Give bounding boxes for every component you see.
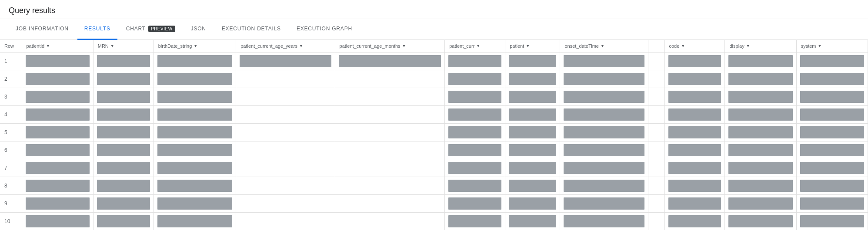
row-number-cell: 3 — [0, 88, 22, 106]
row-number-cell: 5 — [0, 124, 22, 141]
cell-redacted-block — [448, 215, 501, 227]
tab-json[interactable]: JSON — [184, 19, 213, 40]
cell-redacted-block — [509, 91, 556, 103]
sort-icon-onset[interactable]: ▼ — [601, 44, 604, 48]
cell-redacted-block — [157, 108, 232, 121]
cell-redacted-block — [509, 197, 556, 210]
resize-handle-age-months[interactable] — [443, 40, 444, 52]
cell-patientid — [22, 106, 93, 124]
cell-birthdate — [154, 213, 236, 230]
col-header-birthdate-label: birthDate_string — [158, 43, 192, 49]
cell-redacted-block — [728, 126, 792, 138]
table-row: 7 — [0, 159, 868, 177]
col-header-patientid-label: patientid — [27, 43, 45, 49]
sort-icon-code[interactable]: ▼ — [681, 44, 685, 48]
cell-redacted-block — [509, 162, 556, 174]
sort-icon-age-months[interactable]: ▼ — [402, 44, 406, 48]
cell-display — [725, 53, 796, 70]
cell-mrn — [93, 124, 154, 141]
col-header-birthdate[interactable]: birthDate_string ▼ — [154, 40, 236, 53]
cell-spacer — [648, 141, 664, 159]
col-header-patient[interactable]: patient ▼ — [505, 40, 560, 53]
resize-handle-patientid[interactable] — [91, 40, 93, 52]
sort-icon-patient-curr[interactable]: ▼ — [476, 44, 480, 48]
sort-icon-system[interactable]: ▼ — [818, 44, 822, 48]
sort-icon-mrn[interactable]: ▼ — [110, 44, 114, 48]
resize-handle-system[interactable] — [866, 40, 868, 52]
tab-execution-details[interactable]: EXECUTION DETAILS — [215, 19, 288, 40]
resize-handle-spacer[interactable] — [663, 40, 664, 52]
resize-handle-display[interactable] — [795, 40, 796, 52]
sort-icon-birthdate[interactable]: ▼ — [194, 44, 197, 48]
col-header-code[interactable]: code ▼ — [664, 40, 725, 53]
sort-icon-patientid[interactable]: ▼ — [46, 44, 50, 48]
cell-age-years — [236, 124, 335, 141]
cell-mrn — [93, 88, 154, 106]
cell-redacted-block — [564, 144, 644, 156]
tab-job-information[interactable]: JOB INFORMATION — [9, 19, 76, 40]
cell-redacted-block — [564, 197, 644, 210]
cell-redacted-block — [97, 73, 150, 85]
col-header-age-years[interactable]: patient_current_age_years ▼ — [236, 40, 335, 53]
resize-handle-mrn[interactable] — [152, 40, 154, 52]
table-row: 9 — [0, 195, 868, 213]
col-header-system[interactable]: system ▼ — [796, 40, 868, 53]
tab-execution-graph[interactable]: EXECUTION GRAPH — [290, 19, 359, 40]
sort-icon-display[interactable]: ▼ — [746, 44, 750, 48]
resize-handle-age-years[interactable] — [333, 40, 335, 52]
cell-patient — [505, 53, 560, 70]
cell-birthdate — [154, 195, 236, 213]
cell-redacted-block — [668, 180, 721, 192]
resize-handle-birthdate[interactable] — [234, 40, 236, 52]
cell-code — [664, 159, 725, 177]
sort-icon-age-years[interactable]: ▼ — [299, 44, 303, 48]
col-header-onset[interactable]: onset_dateTime ▼ — [560, 40, 648, 53]
row-number-cell: 2 — [0, 70, 22, 88]
cell-redacted-block — [157, 180, 232, 192]
cell-birthdate — [154, 88, 236, 106]
resize-handle-patient[interactable] — [558, 40, 560, 52]
resize-handle-onset[interactable] — [646, 40, 648, 52]
resize-handle-code[interactable] — [723, 40, 724, 52]
cell-mrn — [93, 195, 154, 213]
table-row: 8 — [0, 177, 868, 195]
cell-onset — [560, 159, 648, 177]
cell-onset — [560, 124, 648, 141]
col-header-mrn[interactable]: MRN ▼ — [93, 40, 154, 53]
cell-redacted-block — [509, 73, 556, 85]
cell-redacted-block — [97, 91, 150, 103]
cell-patientid — [22, 213, 93, 230]
col-header-age-months[interactable]: patient_current_age_months ▼ — [335, 40, 445, 53]
cell-redacted-block — [564, 126, 644, 138]
row-number-cell: 8 — [0, 177, 22, 195]
cell-age-years — [236, 88, 335, 106]
cell-redacted-block — [26, 73, 90, 85]
col-header-age-years-label: patient_current_age_years — [240, 43, 297, 49]
sort-icon-patient[interactable]: ▼ — [526, 44, 530, 48]
row-number-cell: 4 — [0, 106, 22, 124]
tab-results[interactable]: RESULTS — [77, 19, 117, 40]
cell-redacted-block — [728, 215, 792, 227]
tab-chart[interactable]: CHART PREVIEW — [119, 19, 182, 40]
cell-redacted-block — [448, 91, 501, 103]
table-row: 6 — [0, 141, 868, 159]
cell-code — [664, 195, 725, 213]
col-header-display[interactable]: display ▼ — [725, 40, 796, 53]
resize-handle-patient-curr[interactable] — [503, 40, 505, 52]
col-header-patient-curr[interactable]: patient_curr ▼ — [445, 40, 505, 53]
col-header-row: Row — [0, 40, 22, 53]
col-header-patientid[interactable]: patientid ▼ — [22, 40, 93, 53]
cell-birthdate — [154, 141, 236, 159]
cell-system — [796, 53, 868, 70]
cell-redacted-block — [564, 55, 644, 67]
cell-age-months — [335, 53, 445, 70]
cell-spacer — [648, 124, 664, 141]
table-row: 4 — [0, 106, 868, 124]
cell-onset — [560, 213, 648, 230]
cell-spacer — [648, 195, 664, 213]
cell-redacted-block — [728, 144, 792, 156]
cell-spacer — [648, 213, 664, 230]
cell-patient-curr — [445, 88, 505, 106]
cell-spacer — [648, 106, 664, 124]
col-header-patient-curr-label: patient_curr — [449, 43, 474, 49]
